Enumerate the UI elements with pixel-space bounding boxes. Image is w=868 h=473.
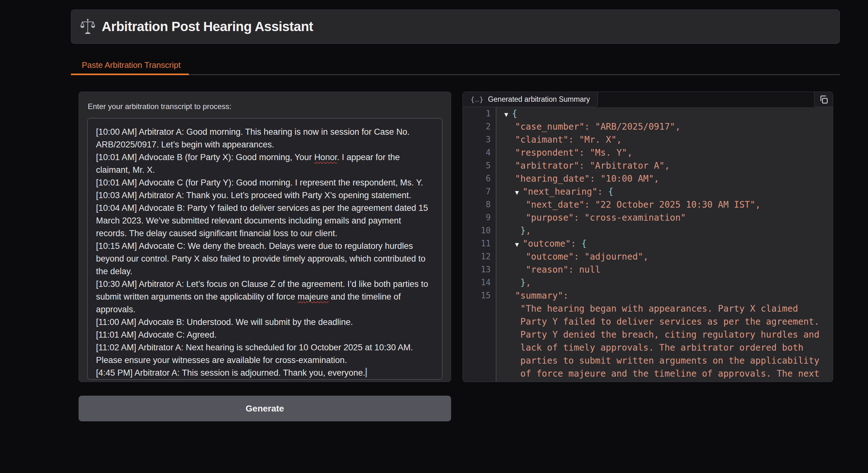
code-line: "claimant": "Mr. X", bbox=[496, 133, 833, 146]
code-token: "outcome": bbox=[523, 238, 581, 249]
code-token: "arbitrator": "Arbitrator A", bbox=[504, 160, 670, 171]
code-line: "hearing_date": "10:00 AM", bbox=[496, 172, 833, 185]
code-token: lack of timely approvals. The arbitrator… bbox=[504, 343, 803, 353]
page-title: Arbitration Post Hearing Assistant bbox=[102, 19, 313, 34]
line-number bbox=[463, 367, 496, 380]
line-number: 9 bbox=[463, 211, 496, 224]
json-row: Party Y denied the breach, citing regula… bbox=[463, 328, 833, 341]
code-line: parties to submit written arguments on t… bbox=[496, 354, 833, 367]
transcript-label: Enter your arbitration transcript to pro… bbox=[88, 102, 442, 111]
app-header: Arbitration Post Hearing Assistant bbox=[71, 9, 840, 44]
json-row: 8 "next_date": "22 October 2025 10:30 AM… bbox=[463, 198, 833, 211]
line-number: 4 bbox=[463, 146, 496, 159]
code-line: ▼{ bbox=[496, 107, 833, 120]
code-line: "outcome": "adjourned", bbox=[496, 250, 833, 263]
json-row: 10 }, bbox=[463, 224, 833, 237]
copy-button[interactable] bbox=[814, 92, 833, 107]
collapse-arrow-icon[interactable]: ▼ bbox=[515, 189, 519, 196]
collapse-arrow-icon[interactable]: ▼ bbox=[504, 111, 508, 118]
json-row: 2 "case_number": "ARB/2025/0917", bbox=[463, 120, 833, 133]
json-panel: {‥} Generated arbitration Summary 1▼{2 "… bbox=[463, 92, 833, 382]
app-window: Arbitration Post Hearing Assistant Paste… bbox=[0, 0, 868, 473]
code-line: Party Y failed to deliver services as pe… bbox=[496, 315, 833, 328]
code-token: } bbox=[521, 277, 526, 288]
line-number: 6 bbox=[463, 172, 496, 185]
collapse-arrow-icon[interactable]: ▼ bbox=[515, 241, 519, 248]
code-token: Party Y failed to deliver services as pe… bbox=[504, 316, 819, 327]
tab-label: Paste Arbitration Transcript bbox=[82, 60, 181, 70]
json-row: 14 }, bbox=[463, 276, 833, 289]
tab-paste-arbitration-transcript[interactable]: Paste Arbitration Transcript bbox=[71, 56, 189, 75]
code-line: }, bbox=[496, 276, 833, 289]
json-row: 5 "arbitrator": "Arbitrator A", bbox=[463, 159, 833, 172]
code-token bbox=[504, 226, 521, 236]
json-row: 12 "outcome": "adjourned", bbox=[463, 250, 833, 263]
code-line: "respondent": "Ms. Y", bbox=[496, 146, 833, 159]
code-token: "next_hearing": bbox=[523, 186, 608, 197]
code-token: "hearing_date": "10:00 AM", bbox=[504, 173, 659, 184]
line-number bbox=[463, 315, 496, 328]
json-row: 9 "purpose": "cross-examination" bbox=[463, 211, 833, 224]
line-number: 8 bbox=[463, 198, 496, 211]
json-panel-topbar: {‥} Generated arbitration Summary bbox=[463, 92, 833, 107]
transcript-panel: Enter your arbitration transcript to pro… bbox=[79, 92, 451, 382]
code-token: { bbox=[581, 238, 587, 249]
code-token: "case_number": "ARB/2025/0917", bbox=[504, 121, 680, 132]
line-number bbox=[463, 354, 496, 367]
json-row: 4 "respondent": "Ms. Y", bbox=[463, 146, 833, 159]
json-panel-badge: {‥} Generated arbitration Summary bbox=[463, 92, 598, 107]
misspelled-word: majeure bbox=[298, 292, 329, 301]
code-line: Party Y denied the breach, citing regula… bbox=[496, 328, 833, 341]
code-token: parties to submit written arguments on t… bbox=[504, 355, 819, 366]
generate-button[interactable]: Generate bbox=[79, 396, 451, 421]
transcript-textarea[interactable]: [10:00 AM] Arbitrator A: Good morning. T… bbox=[87, 118, 442, 380]
code-line: "reason": null bbox=[496, 263, 833, 276]
code-token bbox=[504, 277, 521, 288]
scales-of-justice-icon bbox=[80, 18, 95, 35]
code-token: "outcome": "adjourned", bbox=[504, 252, 648, 262]
code-line: of force majeure and the timeline of app… bbox=[496, 367, 833, 380]
json-row: "The hearing began with appearances. Par… bbox=[463, 302, 833, 315]
misspelled-word: Honor bbox=[314, 152, 337, 162]
code-token: "The hearing began with appearances. Par… bbox=[504, 303, 798, 314]
code-line: "next_date": "22 October 2025 10:30 AM I… bbox=[496, 198, 833, 211]
code-token: "summary": bbox=[504, 290, 568, 301]
code-token: "respondent": "Ms. Y", bbox=[504, 147, 632, 158]
code-line: "purpose": "cross-examination" bbox=[496, 211, 833, 224]
line-number: 7 bbox=[463, 185, 496, 198]
code-token: { bbox=[512, 109, 517, 119]
line-number: 1 bbox=[463, 107, 496, 120]
line-number: 3 bbox=[463, 133, 496, 146]
code-token bbox=[504, 238, 515, 249]
json-row: 13 "reason": null bbox=[463, 263, 833, 276]
json-row: 15 "summary": bbox=[463, 289, 833, 302]
json-row: Party Y failed to deliver services as pe… bbox=[463, 315, 833, 328]
line-number: 10 bbox=[463, 224, 496, 237]
line-number bbox=[463, 302, 496, 315]
code-line: "arbitrator": "Arbitrator A", bbox=[496, 159, 833, 172]
code-token: "reason": null bbox=[504, 264, 600, 275]
code-token bbox=[504, 186, 515, 197]
code-token: , bbox=[526, 277, 531, 288]
code-line: lack of timely approvals. The arbitrator… bbox=[496, 341, 833, 354]
code-line: "summary": bbox=[496, 289, 833, 302]
code-token: "claimant": "Mr. X", bbox=[504, 135, 622, 145]
line-number: 5 bbox=[463, 159, 496, 172]
code-line: "The hearing began with appearances. Par… bbox=[496, 302, 833, 315]
json-row: 3 "claimant": "Mr. X", bbox=[463, 133, 833, 146]
code-line: "case_number": "ARB/2025/0917", bbox=[496, 120, 833, 133]
code-line: ▼"next_hearing": { bbox=[496, 185, 833, 198]
line-number: 13 bbox=[463, 263, 496, 276]
code-token: "next_date": "22 October 2025 10:30 AM I… bbox=[504, 199, 761, 210]
json-row: of force majeure and the timeline of app… bbox=[463, 367, 833, 380]
json-row: 11 ▼"outcome": { bbox=[463, 237, 833, 250]
code-token: , bbox=[526, 226, 531, 236]
json-row: lack of timely approvals. The arbitrator… bbox=[463, 341, 833, 354]
json-row: parties to submit written arguments on t… bbox=[463, 354, 833, 367]
json-row: 7 ▼"next_hearing": { bbox=[463, 185, 833, 198]
line-number: 14 bbox=[463, 276, 496, 289]
line-number bbox=[463, 328, 496, 341]
json-rows: 1▼{2 "case_number": "ARB/2025/0917",3 "c… bbox=[463, 107, 833, 382]
line-number: 11 bbox=[463, 237, 496, 250]
line-number: 12 bbox=[463, 250, 496, 263]
